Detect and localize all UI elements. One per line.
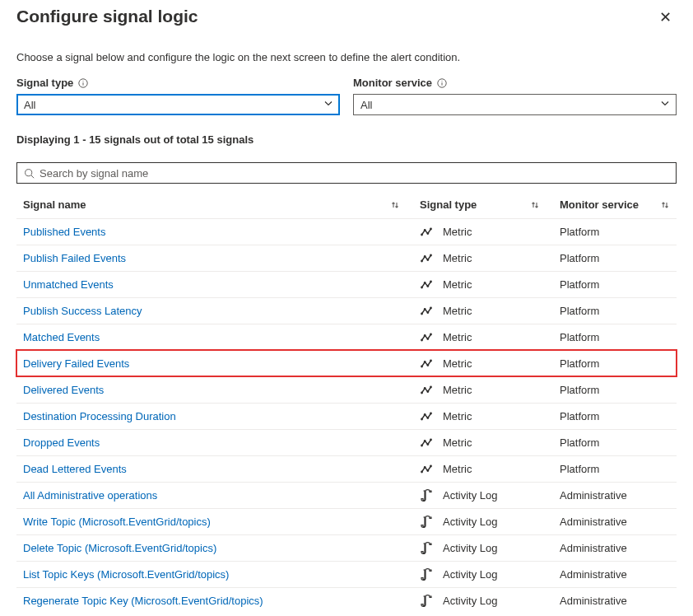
search-box[interactable]	[16, 162, 677, 184]
search-input[interactable]	[40, 167, 669, 180]
signal-type-text: Activity Log	[443, 568, 497, 581]
signal-link[interactable]: Delete Topic (Microsoft.EventGrid/topics…	[23, 542, 216, 554]
signal-type-text: Metric	[443, 410, 472, 422]
monitor-service-text: Platform	[560, 278, 677, 291]
monitor-service-text: Platform	[560, 226, 677, 238]
table-row[interactable]: Publish Failed EventsMetricPlatform	[16, 245, 677, 271]
table-row[interactable]: Unmatched EventsMetricPlatform	[16, 271, 677, 297]
signal-link[interactable]: Publish Failed Events	[23, 252, 126, 264]
monitor-service-text: Administrative	[560, 568, 677, 581]
table-row[interactable]: List Topic Keys (Microsoft.EventGrid/top…	[16, 561, 677, 587]
signal-type-text: Metric	[443, 226, 472, 238]
activity-log-icon	[420, 516, 433, 529]
monitor-service-text: Administrative	[560, 542, 677, 554]
monitor-service-text: Platform	[560, 384, 677, 396]
metric-icon	[420, 252, 433, 265]
signal-type-text: Activity Log	[443, 595, 497, 607]
svg-line-7	[31, 175, 34, 177]
signal-type-text: Activity Log	[443, 542, 497, 554]
column-header-service[interactable]: Monitor service	[560, 198, 677, 211]
metric-icon	[420, 436, 433, 450]
signal-link[interactable]: Published Events	[23, 226, 105, 238]
table-row[interactable]: Publish Success LatencyMetricPlatform	[16, 297, 677, 324]
info-icon[interactable]	[437, 78, 447, 88]
signal-link[interactable]: Delivered Events	[23, 384, 104, 396]
signal-type-text: Metric	[443, 463, 472, 475]
signal-link[interactable]: Matched Events	[23, 331, 100, 343]
page-title: Configure signal logic	[16, 7, 198, 26]
signal-type-text: Activity Log	[443, 516, 497, 528]
metric-icon	[420, 278, 433, 292]
description-text: Choose a signal below and configure the …	[16, 51, 677, 63]
signal-type-text: Metric	[443, 305, 472, 317]
signal-type-text: Metric	[443, 278, 472, 291]
monitor-service-select[interactable]: All	[353, 94, 677, 115]
metric-icon	[420, 384, 433, 397]
svg-point-5	[442, 80, 443, 81]
signal-type-text: Metric	[443, 436, 472, 449]
signal-link[interactable]: Write Topic (Microsoft.EventGrid/topics)	[23, 516, 211, 528]
signal-link[interactable]: Delivery Failed Events	[23, 357, 129, 370]
results-count: Displaying 1 - 15 signals out of total 1…	[16, 133, 677, 146]
metric-icon	[420, 331, 433, 344]
activity-log-icon	[420, 568, 433, 581]
signal-link[interactable]: Dead Lettered Events	[23, 463, 127, 475]
signal-type-text: Metric	[443, 357, 472, 370]
monitor-service-text: Platform	[560, 252, 677, 264]
column-header-type[interactable]: Signal type	[420, 198, 560, 211]
info-icon[interactable]	[78, 78, 88, 88]
table-row[interactable]: Write Topic (Microsoft.EventGrid/topics)…	[16, 508, 677, 534]
table-row[interactable]: Dead Lettered EventsMetricPlatform	[16, 455, 677, 482]
signal-link[interactable]: Unmatched Events	[23, 278, 114, 291]
signal-link[interactable]: List Topic Keys (Microsoft.EventGrid/top…	[23, 568, 229, 581]
monitor-service-text: Platform	[560, 463, 677, 475]
monitor-service-text: Administrative	[560, 595, 677, 607]
signal-type-label: Signal type	[16, 77, 73, 89]
table-row[interactable]: All Administrative operationsActivity Lo…	[16, 482, 677, 508]
monitor-service-text: Platform	[560, 331, 677, 343]
signal-type-text: Metric	[443, 384, 472, 396]
table-row[interactable]: Dropped EventsMetricPlatform	[16, 429, 677, 455]
signal-link[interactable]: Dropped Events	[23, 436, 100, 449]
svg-point-2	[83, 80, 84, 81]
monitor-service-text: Platform	[560, 436, 677, 449]
svg-point-6	[26, 169, 32, 175]
monitor-service-text: Platform	[560, 410, 677, 422]
signal-link[interactable]: All Administrative operations	[23, 489, 157, 502]
monitor-service-label: Monitor service	[353, 77, 432, 89]
search-icon	[24, 168, 35, 179]
table-row[interactable]: Delivered EventsMetricPlatform	[16, 376, 677, 403]
signal-type-text: Metric	[443, 252, 472, 264]
metric-icon	[420, 226, 433, 239]
metric-icon	[420, 305, 433, 318]
signal-type-select[interactable]: All	[16, 94, 340, 115]
table-row[interactable]: Published EventsMetricPlatform	[16, 218, 677, 245]
activity-log-icon	[420, 489, 433, 502]
table-row[interactable]: Regenerate Topic Key (Microsoft.EventGri…	[16, 587, 677, 614]
metric-icon	[420, 357, 433, 371]
table-row[interactable]: Destination Processing DurationMetricPla…	[16, 403, 677, 429]
signal-type-text: Metric	[443, 331, 472, 343]
column-header-name[interactable]: Signal name	[16, 198, 420, 211]
activity-log-icon	[420, 542, 433, 555]
sort-icon	[530, 200, 540, 210]
metric-icon	[420, 410, 433, 423]
signal-link[interactable]: Regenerate Topic Key (Microsoft.EventGri…	[23, 595, 263, 607]
sort-icon	[390, 200, 400, 210]
table-row[interactable]: Delivery Failed EventsMetricPlatform	[16, 350, 677, 376]
monitor-service-text: Platform	[560, 305, 677, 317]
monitor-service-text: Platform	[560, 357, 677, 370]
signal-link[interactable]: Destination Processing Duration	[23, 410, 176, 422]
close-button[interactable]: ✕	[654, 7, 677, 28]
table-row[interactable]: Matched EventsMetricPlatform	[16, 324, 677, 350]
signals-table: Signal name Signal type Monitor service …	[16, 192, 677, 614]
signal-link[interactable]: Publish Success Latency	[23, 305, 142, 317]
monitor-service-text: Administrative	[560, 516, 677, 528]
monitor-service-text: Administrative	[560, 489, 677, 502]
signal-type-text: Activity Log	[443, 489, 497, 502]
table-row[interactable]: Delete Topic (Microsoft.EventGrid/topics…	[16, 534, 677, 561]
metric-icon	[420, 463, 433, 476]
sort-icon	[660, 200, 670, 210]
activity-log-icon	[420, 595, 433, 608]
